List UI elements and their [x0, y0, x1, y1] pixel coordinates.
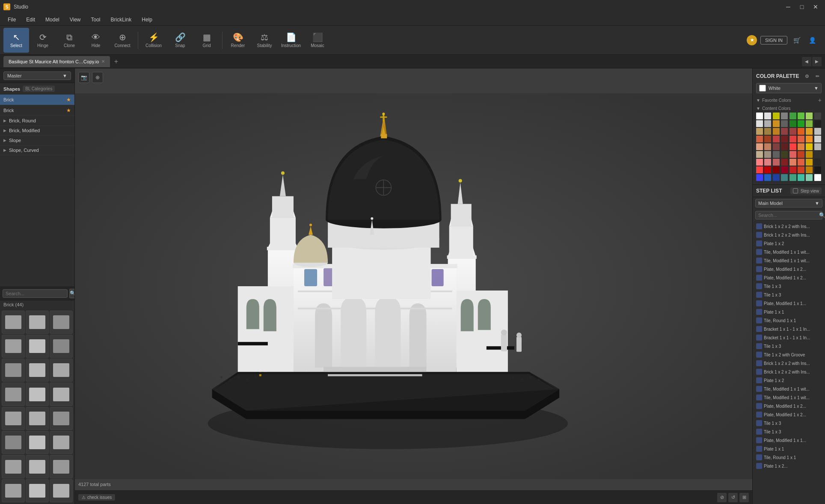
step-view-button[interactable]: Step view	[790, 187, 822, 194]
brick-item-4[interactable]	[2, 335, 25, 358]
tool-instruction[interactable]: 📄 Instruction	[278, 28, 304, 53]
color-cell-7[interactable]	[814, 113, 821, 119]
tool-clone[interactable]: ⧉ Clone	[56, 28, 82, 53]
color-cell-41[interactable]	[764, 151, 771, 158]
color-cell-52[interactable]	[789, 159, 796, 166]
close-button[interactable]: ✕	[810, 1, 822, 13]
step-list-item[interactable]: Bracket 1 x 1 - 1 x 1 In...	[753, 325, 825, 333]
color-cell-4[interactable]	[789, 113, 796, 119]
step-list-item[interactable]: Brick 1 x 2 x 2 with Ins...	[753, 368, 825, 376]
color-cell-67[interactable]	[781, 174, 788, 181]
bl-categories-button[interactable]: BL Categories	[23, 86, 55, 92]
brick-item-10[interactable]	[2, 382, 25, 406]
active-tab[interactable]: Basilique St Maurice Alt fronton C…Copy.…	[3, 56, 110, 67]
category-brick-1[interactable]: Brick ★	[0, 95, 74, 105]
color-cell-17[interactable]	[764, 128, 771, 135]
category-brick-2[interactable]: Brick ★	[0, 105, 74, 116]
color-cell-37[interactable]	[798, 143, 804, 150]
brick-item-11[interactable]	[26, 382, 49, 406]
step-list-item[interactable]: Plate, Modified 1 x 1...	[753, 436, 825, 445]
menu-view[interactable]: View	[65, 15, 85, 24]
category-slope-curved[interactable]: ▶ Slope, Curved	[0, 145, 74, 155]
brick-item-9[interactable]	[50, 359, 73, 382]
step-list-item[interactable]: Tile 1 x 3	[753, 342, 825, 350]
color-cell-15[interactable]	[814, 120, 821, 127]
color-cell-50[interactable]	[773, 159, 780, 166]
color-cell-34[interactable]	[773, 143, 780, 150]
color-cell-64[interactable]	[756, 174, 763, 181]
color-cell-11[interactable]	[781, 120, 788, 127]
menu-bricklink[interactable]: BrickLink	[107, 15, 136, 24]
brick-item-17[interactable]	[26, 431, 49, 454]
cart-button[interactable]: 🛒	[791, 34, 803, 46]
color-cell-0[interactable]	[756, 113, 763, 119]
menu-edit[interactable]: Edit	[22, 15, 39, 24]
color-cell-22[interactable]	[806, 128, 813, 135]
color-cell-42[interactable]	[773, 151, 780, 158]
color-cell-40[interactable]	[756, 151, 763, 158]
color-cell-1[interactable]	[764, 113, 771, 119]
color-cell-23[interactable]	[814, 128, 821, 135]
color-cell-20[interactable]	[789, 128, 796, 135]
menu-help[interactable]: Help	[137, 15, 157, 24]
model-select-dropdown[interactable]: Main Model ▼	[755, 199, 822, 208]
color-cell-8[interactable]	[756, 120, 763, 127]
brick-item-24[interactable]	[50, 479, 73, 502]
target-button[interactable]: ⊕	[92, 72, 103, 83]
color-cell-24[interactable]	[756, 136, 763, 142]
step-list-item[interactable]: Plate 1 x 1	[753, 308, 825, 316]
color-cell-36[interactable]	[789, 143, 796, 150]
color-select-dropdown[interactable]: White ▼	[756, 83, 822, 93]
color-cell-68[interactable]	[789, 174, 796, 181]
step-list-item[interactable]: Tile 1 x 3	[753, 282, 825, 291]
tool-stability[interactable]: ⚖ Stability	[252, 28, 277, 53]
brick-item-6[interactable]	[50, 335, 73, 358]
color-cell-66[interactable]	[773, 174, 780, 181]
color-cell-58[interactable]	[773, 166, 780, 173]
color-cell-29[interactable]	[798, 136, 804, 142]
master-dropdown[interactable]: Master ▼	[3, 71, 71, 80]
brick-item-19[interactable]	[2, 455, 25, 478]
color-cell-63[interactable]	[814, 166, 821, 173]
brick-item-15[interactable]	[50, 407, 73, 430]
brick-item-3[interactable]	[50, 311, 73, 334]
step-list-item[interactable]: Tile, Modified 1 x 1 wit...	[753, 385, 825, 393]
color-cell-3[interactable]	[781, 113, 788, 119]
step-list-item[interactable]: Plate, Modified 1 x 2...	[753, 273, 825, 282]
color-cell-61[interactable]	[798, 166, 804, 173]
tool-mosaic[interactable]: ⬛ Mosaic	[305, 28, 330, 53]
brick-item-8[interactable]	[26, 359, 49, 382]
tab-nav-prev[interactable]: ◀	[802, 57, 811, 66]
color-cell-55[interactable]	[814, 159, 821, 166]
color-cell-32[interactable]	[756, 143, 763, 150]
color-cell-47[interactable]	[814, 151, 821, 158]
sign-in-button[interactable]: SIGN IN	[760, 36, 787, 44]
color-cell-18[interactable]	[773, 128, 780, 135]
menu-model[interactable]: Model	[41, 15, 64, 24]
step-list-item[interactable]: Tile 1 x 3	[753, 419, 825, 427]
step-list-item[interactable]: Plate 1 x 2	[753, 376, 825, 385]
step-list-item[interactable]: Plate 1 x 2	[753, 239, 825, 248]
color-cell-6[interactable]	[806, 113, 813, 119]
brick-item-2[interactable]	[26, 311, 49, 334]
brick-item-23[interactable]	[26, 479, 49, 502]
step-list-item[interactable]: Tile, Modified 1 x 1 wit...	[753, 248, 825, 256]
bottom-icon-3[interactable]: ⊞	[739, 493, 749, 502]
menu-file[interactable]: File	[3, 15, 20, 24]
color-cell-39[interactable]	[814, 143, 821, 150]
brick-item-20[interactable]	[26, 455, 49, 478]
tool-snap[interactable]: 🔗 Snap	[167, 28, 193, 53]
bottom-icon-2[interactable]: ↺	[728, 493, 738, 502]
step-list-item[interactable]: Tile, Round 1 x 1	[753, 453, 825, 462]
step-list-item[interactable]: Plate, Modified 1 x 2...	[753, 402, 825, 410]
brick-item-14[interactable]	[26, 407, 49, 430]
brick-item-5[interactable]	[26, 335, 49, 358]
step-list-item[interactable]: Bracket 1 x 1 - 1 x 1 In...	[753, 333, 825, 342]
category-brick-1-star[interactable]: ★	[66, 97, 71, 103]
palette-edit-button[interactable]: ✏	[813, 72, 822, 80]
color-cell-14[interactable]	[806, 120, 813, 127]
menu-tool[interactable]: Tool	[87, 15, 105, 24]
color-cell-48[interactable]	[756, 159, 763, 166]
tool-select[interactable]: ↖ Select	[3, 28, 29, 53]
color-cell-9[interactable]	[764, 120, 771, 127]
